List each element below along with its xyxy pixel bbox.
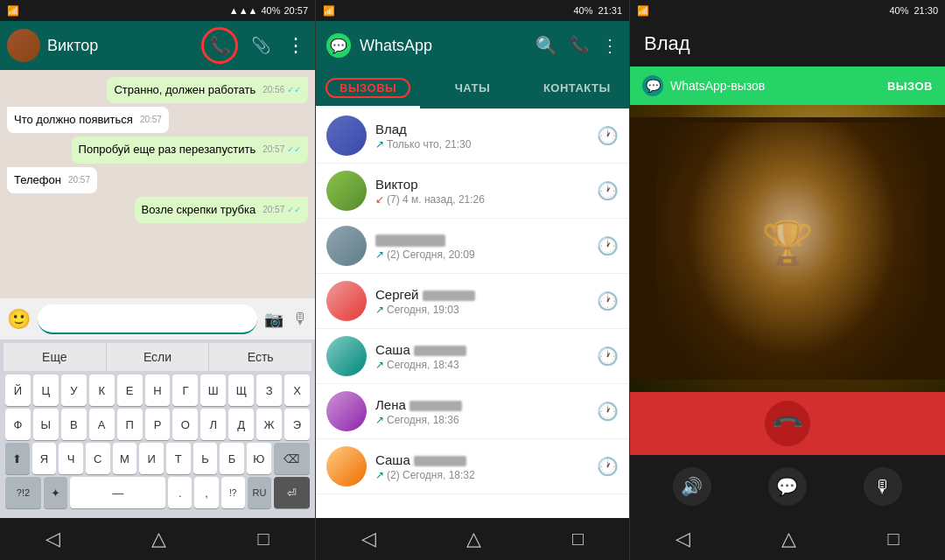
key-а[interactable]: А bbox=[89, 409, 115, 440]
chat-input-area: 🙂 📷 🎙 bbox=[0, 298, 315, 340]
menu-button-calls[interactable]: ⋮ bbox=[601, 35, 619, 56]
key-л[interactable]: Л bbox=[200, 409, 226, 440]
key-ф[interactable]: Ф bbox=[5, 409, 31, 440]
whatsapp-logo: 💬 bbox=[326, 33, 351, 58]
key-и[interactable]: И bbox=[139, 443, 164, 474]
key-lang[interactable]: RU bbox=[248, 477, 271, 508]
call-info-censored1: ↗ (2) Сегодня, 20:09 bbox=[375, 231, 588, 260]
key-я[interactable]: Я bbox=[32, 443, 57, 474]
nav-home[interactable]: △ bbox=[151, 528, 166, 550]
mute-button[interactable]: 🎙 bbox=[864, 467, 902, 506]
call-history-icon[interactable]: 🕐 bbox=[597, 125, 619, 146]
call-item-viktor[interactable]: Виктор ↙ (7) 4 м. назад, 21:26 🕐 bbox=[316, 164, 629, 219]
key-щ[interactable]: Щ bbox=[228, 374, 254, 406]
key-ь[interactable]: Ь bbox=[193, 443, 218, 474]
key-й[interactable]: Й bbox=[5, 374, 31, 406]
key-у[interactable]: У bbox=[61, 374, 87, 406]
key-comma[interactable]: , bbox=[194, 477, 218, 508]
mic-icon[interactable]: 🎙 bbox=[292, 310, 308, 328]
search-button[interactable]: 🔍 bbox=[536, 35, 557, 56]
message-input[interactable] bbox=[38, 304, 257, 334]
suggestion-1[interactable]: Еще bbox=[4, 343, 107, 371]
nav-home-vlad[interactable]: △ bbox=[781, 528, 796, 550]
add-call-button[interactable]: 📞 bbox=[570, 35, 589, 56]
key-т[interactable]: Т bbox=[166, 443, 191, 474]
nav-bar-calls: ◁ △ □ bbox=[316, 518, 629, 560]
emoji-button[interactable]: 🙂 bbox=[7, 308, 31, 331]
key-б[interactable]: Б bbox=[220, 443, 244, 474]
call-item-vlad[interactable]: Влад ↗ Только что, 21:30 🕐 bbox=[316, 108, 629, 164]
whatsapp-icon: 💬 bbox=[330, 38, 347, 54]
nav-back-calls[interactable]: ◁ bbox=[361, 528, 376, 550]
key-р[interactable]: Р bbox=[145, 409, 171, 440]
call-history-icon[interactable]: 🕐 bbox=[597, 401, 619, 422]
camera-icon[interactable]: 📷 bbox=[264, 310, 284, 329]
nav-back[interactable]: ◁ bbox=[46, 528, 60, 550]
key-н[interactable]: Н bbox=[145, 374, 171, 406]
call-action-button[interactable]: ВЫЗОВ bbox=[887, 80, 933, 93]
battery-vlad: 40% bbox=[889, 5, 908, 16]
call-item-censored1[interactable]: ↗ (2) Сегодня, 20:09 🕐 bbox=[316, 219, 629, 274]
message-bubble: Что должно появиться 20:57 bbox=[7, 107, 169, 133]
key-dot[interactable]: . bbox=[168, 477, 192, 508]
avatar-censored1 bbox=[326, 226, 367, 266]
header-icons: 📞 📎 ⋮ bbox=[201, 27, 308, 64]
key-о[interactable]: О bbox=[172, 409, 198, 440]
nav-recents-vlad[interactable]: □ bbox=[888, 528, 900, 550]
key-е[interactable]: Е bbox=[117, 374, 143, 406]
svg-rect-8 bbox=[766, 290, 787, 339]
nav-recents-calls[interactable]: □ bbox=[572, 528, 584, 550]
key-special[interactable]: ✦ bbox=[44, 477, 67, 508]
attach-button[interactable]: 📎 bbox=[248, 33, 273, 58]
call-item-sasha1[interactable]: Саша ↗ Сегодня, 18:43 🕐 bbox=[316, 329, 629, 384]
call-history-icon[interactable]: 🕐 bbox=[597, 346, 619, 367]
key-ц[interactable]: Ц bbox=[33, 374, 59, 406]
status-right: ▲▲▲ 40% 20:57 bbox=[229, 5, 308, 16]
key-ы[interactable]: Ы bbox=[33, 409, 59, 440]
key-ж[interactable]: Ж bbox=[256, 409, 282, 440]
key-enter[interactable]: ⏎ bbox=[274, 477, 310, 508]
tab-calls[interactable]: ВЫЗОВЫ bbox=[316, 70, 420, 108]
call-item-sasha2[interactable]: Саша ↗ (2) Сегодня, 18:32 🕐 bbox=[316, 439, 629, 494]
key-в[interactable]: В bbox=[61, 409, 87, 440]
suggestion-2[interactable]: Если bbox=[107, 343, 210, 371]
call-item-lena[interactable]: Лена ↗ Сегодня, 18:36 🕐 bbox=[316, 384, 629, 439]
menu-button[interactable]: ⋮ bbox=[284, 33, 308, 58]
tab-chats[interactable]: ЧАТЫ bbox=[420, 70, 524, 108]
key-с[interactable]: С bbox=[86, 443, 110, 474]
key-ш[interactable]: Ш bbox=[200, 374, 226, 406]
call-time: Сегодня, 19:03 bbox=[387, 304, 459, 316]
end-call-button[interactable]: 📞 bbox=[765, 401, 810, 446]
key-м[interactable]: М bbox=[113, 443, 137, 474]
key-п[interactable]: П bbox=[117, 409, 143, 440]
call-item-sergey[interactable]: Сергей ↗ Сегодня, 19:03 🕐 bbox=[316, 274, 629, 329]
suggestion-3[interactable]: Есть bbox=[209, 343, 312, 371]
call-history-icon[interactable]: 🕐 bbox=[597, 290, 619, 312]
key-з[interactable]: З bbox=[256, 374, 282, 406]
call-history-icon[interactable]: 🕐 bbox=[597, 456, 619, 477]
key-х[interactable]: Х bbox=[284, 374, 310, 406]
call-history-icon[interactable]: 🕐 bbox=[597, 235, 619, 256]
speaker-button[interactable]: 🔊 bbox=[673, 467, 711, 506]
key-space[interactable]: — bbox=[70, 477, 165, 508]
nav-recents[interactable]: □ bbox=[258, 528, 270, 550]
key-punct[interactable]: !? bbox=[221, 477, 245, 508]
message-button[interactable]: 💬 bbox=[768, 467, 807, 506]
tab-contacts[interactable]: КОНТАКТЫ bbox=[525, 70, 629, 108]
key-г[interactable]: Г bbox=[172, 374, 198, 406]
key-ю[interactable]: Ю bbox=[247, 443, 271, 474]
avatar[interactable] bbox=[7, 29, 40, 62]
key-э[interactable]: Э bbox=[284, 409, 310, 440]
call-button[interactable]: 📞 bbox=[201, 27, 238, 64]
key-shift[interactable]: ⬆ bbox=[5, 443, 30, 474]
key-delete[interactable]: ⌫ bbox=[274, 443, 310, 474]
key-ч[interactable]: Ч bbox=[59, 443, 83, 474]
call-history-icon[interactable]: 🕐 bbox=[597, 180, 619, 201]
nav-back-vlad[interactable]: ◁ bbox=[676, 528, 690, 550]
key-д[interactable]: Д bbox=[228, 409, 254, 440]
key-к[interactable]: К bbox=[89, 374, 115, 406]
key-num[interactable]: ?!2 bbox=[5, 477, 41, 508]
nav-home-calls[interactable]: △ bbox=[466, 528, 481, 550]
call-detail: ↗ (2) Сегодня, 20:09 bbox=[375, 248, 588, 261]
message-time: 20:57 bbox=[140, 114, 162, 126]
